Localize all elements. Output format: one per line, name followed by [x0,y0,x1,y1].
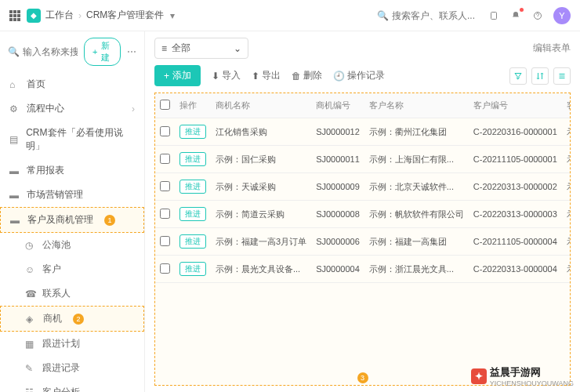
sidebar-item-label: 跟进记录 [42,361,80,375]
sort-button[interactable] [531,67,549,85]
global-search[interactable]: 🔍 [377,10,478,21]
notebook-icon[interactable] [488,9,500,22]
column-header[interactable]: 客户编号 [469,93,562,118]
cell-name: 示例：天诚采购 [211,173,311,201]
row-checkbox[interactable] [160,126,170,136]
apps-grid-icon[interactable] [9,10,20,21]
sidebar-item-7[interactable]: ☺客户 [0,257,144,281]
filter-button[interactable] [509,67,527,85]
sidebar-item-8[interactable]: ☎联系人 [0,281,144,306]
sidebar-item-label: 客户及商机管理 [27,213,93,227]
cell-contact: 示例：王立 [562,201,571,228]
sidebar-search[interactable]: 🔍 [8,46,78,57]
sidebar-item-11[interactable]: ✎跟进记录 [0,356,144,380]
view-label: 全部 [172,42,190,55]
sidebar-item-4[interactable]: ▬市场营销管理 [0,183,144,207]
sidebar-item-label: 市场营销管理 [27,188,83,201]
column-header[interactable]: 操作 [175,93,211,118]
plan-icon: ▦ [25,339,36,350]
data-table: 操作商机名称商机编号客户名称客户编号客户联系人 推进 江化销售采购 SJ0000… [155,93,571,283]
table-row[interactable]: 推进 示例：晨光文具设备... SJ0000004 示例：浙江晨光文具... C… [155,256,571,283]
cell-cust: 示例：帆软软件有限公司 [364,201,469,228]
sea-icon: ◷ [25,240,36,251]
table-row[interactable]: 推进 示例：国仁采购 SJ0000011 示例：上海国仁有限... C-2021… [155,146,571,173]
bell-icon[interactable] [509,9,522,22]
progress-button[interactable]: 推进 [179,262,206,276]
sidebar-item-2[interactable]: ▤CRM套件「必看使用说明」 [0,121,144,158]
plus-icon: + [164,71,169,82]
record-icon: ✎ [25,363,36,374]
row-checkbox[interactable] [160,154,170,164]
add-button[interactable]: +添加 [154,65,201,86]
table-row[interactable]: 推进 示例：福建一高3月订单 SJ0000006 示例：福建一高集团 C-202… [155,228,571,256]
progress-button[interactable]: 推进 [179,180,206,194]
sidebar-item-3[interactable]: ▬常用报表 [0,158,144,183]
edit-form-link[interactable]: 编辑表单 [533,42,571,55]
sidebar-search-input[interactable] [23,46,78,57]
settings-button[interactable] [553,67,571,85]
cell-name: 示例：福建一高3月订单 [211,228,311,256]
column-header[interactable]: 客户名称 [364,93,469,118]
doc-icon: ▤ [9,134,20,145]
table-row[interactable]: 推进 示例：简道云采购 SJ0000008 示例：帆软软件有限公司 C-2022… [155,201,571,228]
folder-icon: ▬ [9,190,20,201]
cell-contact: 示例：刘晨 [562,256,571,283]
select-all-checkbox[interactable] [160,100,170,110]
column-header[interactable]: 客户联系人 [562,93,571,118]
cell-cust: 示例：浙江晨光文具... [364,256,469,283]
row-checkbox[interactable] [160,181,170,191]
flow-icon: ⚙ [9,103,20,114]
cell-cust: 示例：福建一高集团 [364,228,469,256]
sidebar-item-10[interactable]: ▦跟进计划 [0,332,144,356]
user-icon: ☺ [25,264,36,275]
sidebar-item-1[interactable]: ⚙流程中心› [0,96,144,121]
list-icon: ≡ [161,43,167,54]
chevron-right-icon: › [132,103,135,114]
sidebar-item-6[interactable]: ◷公海池 [0,233,144,257]
breadcrumb-app[interactable]: CRM客户管理套件 [86,9,164,22]
app-logo: ◆ [27,9,41,23]
row-checkbox[interactable] [160,236,170,246]
column-header[interactable]: 商机名称 [211,93,311,118]
progress-button[interactable]: 推进 [179,234,206,249]
sidebar-item-12[interactable]: ☳客户分析 [0,380,144,392]
chevron-right-icon: › [78,10,82,21]
cell-cust: 示例：北京天诚软件... [364,173,469,201]
progress-button[interactable]: 推进 [179,152,206,166]
row-checkbox[interactable] [160,263,170,274]
folder-icon: ▬ [10,215,21,226]
export-button[interactable]: ⬆导出 [252,69,281,82]
breadcrumb-workspace[interactable]: 工作台 [45,9,74,22]
upload-icon: ⬆ [252,71,259,82]
view-selector[interactable]: ≡全部 ⌄ [154,38,248,59]
cell-code: SJ0000011 [311,146,364,173]
table-row[interactable]: 推进 江化销售采购 SJ0000012 示例：衢州江化集团 C-20220316… [155,118,571,146]
sidebar-item-label: CRM套件「必看使用说明」 [26,126,135,153]
progress-button[interactable]: 推进 [179,125,206,139]
cell-cust: 示例：上海国仁有限... [364,146,469,173]
table-row[interactable]: 推进 示例：天诚采购 SJ0000009 示例：北京天诚软件... C-2022… [155,173,571,201]
user-avatar[interactable]: Y [553,7,571,24]
more-icon[interactable]: ⋯ [127,45,136,58]
sidebar: 🔍 +新建 ⋯ ⌂首页⚙流程中心›▤CRM套件「必看使用说明」▬常用报表▬市场营… [0,31,145,392]
search-icon: 🔍 [8,46,20,57]
import-button[interactable]: ⬇导入 [212,69,241,82]
new-button[interactable]: +新建 [84,38,121,66]
sidebar-item-5[interactable]: ▬客户及商机管理1 [0,207,144,233]
oplog-button[interactable]: 🕘操作记录 [333,69,385,82]
caret-down-icon[interactable]: ▾ [170,10,175,21]
annotation-badge: 1 [104,215,115,226]
progress-button[interactable]: 推进 [179,207,206,221]
row-checkbox[interactable] [160,209,170,219]
column-header[interactable]: 商机编号 [311,93,364,118]
help-icon[interactable] [531,9,544,22]
sidebar-item-9[interactable]: ◈商机2 [0,306,144,332]
cell-custcode: C-20211105-0000001 [469,146,562,173]
cell-custcode: C-20220313-0000004 [469,256,562,283]
sidebar-item-0[interactable]: ⌂首页 [0,72,144,96]
sidebar-item-label: 客户分析 [42,386,80,392]
chevron-down-icon: ⌄ [234,43,241,54]
global-search-input[interactable] [392,10,478,21]
folder-icon: ▬ [9,165,20,176]
delete-button[interactable]: 🗑删除 [292,69,322,82]
